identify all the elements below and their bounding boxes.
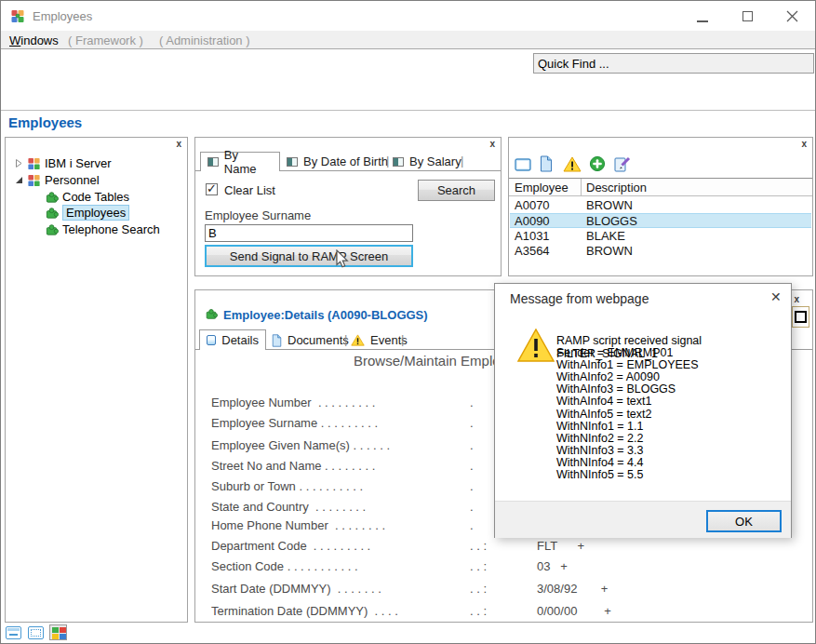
minimize-button[interactable]	[697, 20, 708, 22]
restore-icon	[795, 311, 807, 323]
add-icon[interactable]	[589, 155, 606, 172]
table-row-selected[interactable]: A0090 BLOGGS	[510, 213, 811, 228]
form-value-section[interactable]: 03 +	[537, 559, 568, 573]
icon-dots	[31, 629, 41, 637]
tab-by-name[interactable]: By Name	[200, 152, 280, 171]
menu-item-windows[interactable]: Windows	[9, 34, 59, 47]
form-value-start-date[interactable]: 3/08/92 +	[537, 582, 608, 596]
tree-item-code-tables[interactable]: Code Tables	[45, 189, 129, 204]
form-label: Section Code . . . . . . . . . . .	[211, 559, 358, 573]
dialog-line: WithNInfo5 = 5.5	[556, 468, 791, 480]
tree-item-ibm-i-server[interactable]: IBM i Server	[15, 155, 112, 170]
icon-quadrant	[52, 634, 59, 639]
form-label: Department Code . . . . . . . . .	[211, 539, 370, 553]
cell-employee: A0070	[515, 198, 550, 212]
tab-by-salary[interactable]: By Salary	[393, 154, 462, 168]
search-button[interactable]: Search	[418, 180, 495, 201]
chevron-collapsed-icon[interactable]	[15, 159, 23, 168]
panel-close-icon[interactable]: x	[489, 140, 495, 149]
form-value-department[interactable]: FLT +	[537, 539, 584, 553]
dot-leader: . . :	[470, 582, 487, 596]
tree-item-employees[interactable]: Employees	[45, 205, 129, 220]
application-window: Employees Windows ( Framework ) ( Admini…	[0, 0, 816, 644]
title-bar: Employees	[1, 1, 815, 31]
dialog-close-icon[interactable]: ✕	[770, 289, 782, 304]
puzzle-green-icon	[45, 206, 59, 220]
warning-icon[interactable]	[563, 156, 582, 172]
layout-grid-icon[interactable]	[28, 626, 44, 639]
window-icon[interactable]	[515, 157, 531, 172]
table-header[interactable]: Employee Description	[509, 179, 812, 196]
tab-by-date-of-birth[interactable]: By Date of Birth	[287, 154, 388, 168]
menu-item-framework[interactable]: ( Framework )	[68, 34, 143, 47]
chevron-expanded-icon[interactable]	[15, 176, 23, 184]
layout-color-grid-icon[interactable]	[49, 624, 67, 640]
tree-item-personnel[interactable]: Personnel	[15, 172, 100, 187]
dot-leader: .	[470, 459, 474, 473]
restore-pane-button[interactable]	[792, 306, 809, 328]
dialog-line: WithAInfo3 = BLOGGS	[556, 382, 791, 395]
cell-employee: A0090	[515, 214, 550, 228]
tab-details[interactable]: Details	[199, 329, 266, 350]
table-row[interactable]: A3564 BROWN	[510, 244, 811, 259]
details-tab-icon	[207, 335, 216, 345]
puzzle-green-icon	[45, 222, 59, 236]
form-label: State and Country . . . . . . . .	[211, 500, 366, 514]
quick-find-input[interactable]	[533, 53, 814, 74]
dialog-line: WithAInfo2 = A0090	[556, 370, 791, 382]
panel-close-icon[interactable]: x	[801, 140, 807, 149]
menu-label: indows	[20, 34, 58, 47]
layout-single-icon[interactable]	[6, 626, 21, 639]
tree-item-label: Telephone Search	[62, 222, 160, 236]
tree-item-telephone-search[interactable]: Telephone Search	[45, 221, 160, 236]
tab-label: Documents	[288, 333, 349, 347]
table-row[interactable]: A0070 BROWN	[510, 198, 811, 213]
icon-bar	[9, 634, 18, 636]
table-row[interactable]: A1031 BLAKE	[510, 229, 811, 244]
clear-list-checkbox[interactable]: ✓	[206, 183, 218, 195]
employee-surname-input[interactable]	[205, 224, 413, 242]
maximize-button[interactable]	[742, 11, 753, 21]
form-label: Employee Surname . . . . . . . . .	[211, 416, 378, 430]
tree-item-label: Personnel	[45, 173, 100, 187]
form-label: Suburb or Town . . . . . . . . . .	[211, 479, 363, 493]
dialog-line: WithNInfo3 = 3.3	[556, 444, 791, 456]
tab-documents[interactable]: Documents	[272, 333, 349, 347]
dot-leader: .	[470, 479, 474, 493]
document-icon	[272, 334, 282, 347]
document-icon[interactable]	[540, 155, 553, 172]
tree-item-label: IBM i Server	[45, 156, 112, 170]
form-label: Termination Date (DDMMYY) . . . .	[211, 604, 398, 618]
edit-icon[interactable]	[614, 155, 631, 172]
form-value-termination-date[interactable]: 0/00/00 +	[537, 604, 611, 618]
dialog-line: RAMP script received signal FILTER_SIGNA…	[556, 334, 791, 346]
column-header-employee[interactable]: Employee	[515, 181, 569, 195]
ok-button[interactable]: OK	[706, 510, 782, 532]
cell-employee: A3564	[515, 244, 550, 258]
column-divider[interactable]	[581, 179, 582, 195]
details-title: Employee:Details (A0090-BLOGGS)	[223, 308, 428, 322]
panel-close-icon[interactable]: x	[794, 294, 799, 304]
column-header-description[interactable]: Description	[586, 181, 647, 195]
page-title: Employees	[8, 114, 82, 130]
tab-events[interactable]: Events	[351, 333, 408, 347]
dialog-title: Message from webpage	[510, 291, 649, 306]
puzzle-multi-icon	[27, 156, 41, 170]
icon-quadrant	[60, 627, 66, 633]
send-signal-button[interactable]: Send Signal to RAMP Screen	[205, 245, 413, 267]
dot-leader: . . :	[470, 604, 487, 618]
filter-tab-icon	[287, 157, 298, 167]
puzzle-green-icon	[205, 307, 218, 320]
cell-description: BLOGGS	[586, 214, 637, 228]
dot-leader: .	[470, 500, 474, 514]
dialog-message: RAMP script received signal FILTER_SIGNA…	[556, 334, 791, 480]
navigation-panel: x IBM i Server Personnel Code Tables	[5, 137, 188, 623]
panel-close-icon[interactable]: x	[176, 140, 181, 149]
tab-separator: |	[386, 154, 389, 168]
close-button[interactable]	[786, 10, 798, 22]
menu-item-administration[interactable]: ( Administration )	[159, 34, 250, 47]
warning-icon	[351, 334, 365, 346]
message-dialog: Message from webpage ✕ RAMP script recei…	[494, 283, 792, 538]
puzzle-green-icon	[45, 190, 59, 204]
mouse-cursor	[336, 249, 349, 269]
